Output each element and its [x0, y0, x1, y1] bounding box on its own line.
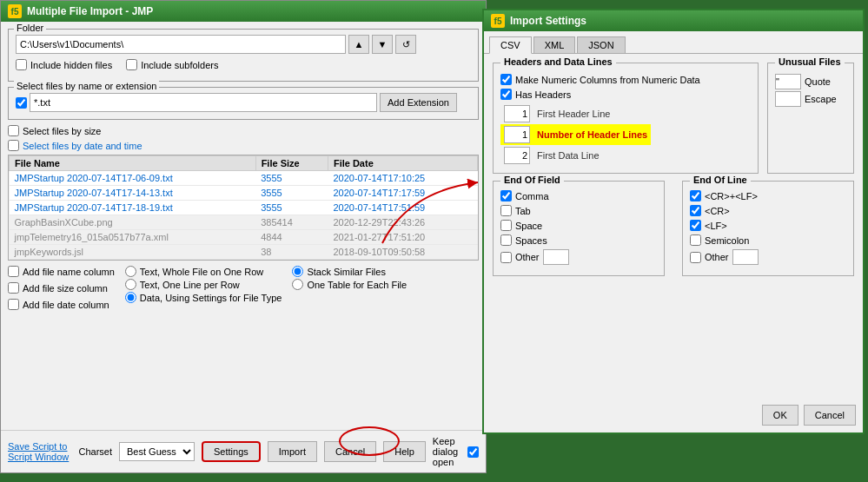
tab-xml[interactable]: XML — [533, 36, 576, 53]
select-size-checkbox[interactable] — [8, 125, 19, 136]
table-row[interactable]: JMPStartup 2020-07-14T17-14-13.txt355520… — [10, 186, 478, 201]
keep-dialog-label[interactable]: Keep dialog open — [433, 436, 479, 467]
radio-stack[interactable]: Stack Similar Files — [292, 266, 407, 277]
files-table: File Name File Size File Date JMPStartup… — [9, 155, 478, 260]
headers-group: Headers and Data Lines Make Numeric Colu… — [493, 63, 759, 174]
add-extension-btn[interactable]: Add Extension — [380, 93, 457, 112]
eol-lf[interactable]: <LF> — [690, 220, 846, 231]
cell-filedate: 2020-12-29T22:43:26 — [328, 215, 477, 230]
unusual-escape-input[interactable] — [775, 91, 801, 107]
eof-space-cb[interactable] — [500, 220, 512, 231]
eol-lf-cb[interactable] — [690, 220, 701, 231]
folder-row: ▲ ▼ ↺ — [16, 35, 471, 54]
settings-btn[interactable]: Settings — [202, 441, 261, 462]
eof-spaces-cb[interactable] — [500, 234, 512, 246]
folder-label: Folder — [14, 23, 46, 33]
table-row[interactable]: jmpKeywords.jsl382018-09-10T09:50:58 — [10, 245, 478, 260]
subfolders-checkbox-row[interactable]: Include subfolders — [126, 59, 218, 70]
folder-input[interactable] — [16, 35, 346, 54]
header-line-label-2: First Data Line — [533, 145, 651, 166]
eol-semicolon[interactable]: Semicolon — [690, 234, 846, 246]
add-filename-cb[interactable] — [8, 266, 19, 277]
eol-semicolon-cb[interactable] — [690, 234, 701, 246]
charset-select[interactable]: Best Guess — [119, 442, 195, 461]
extension-input[interactable] — [30, 93, 377, 112]
select-name-label: Select files by name or extension — [14, 81, 159, 91]
end-of-line-group: End Of Line <CR>+<LF> <CR> <LF> Semicolo… — [682, 181, 854, 276]
cell-filesize: 3555 — [255, 201, 328, 215]
eol-other[interactable]: Other — [690, 249, 846, 265]
unusual-files-title: Unusual Files — [775, 56, 845, 67]
header-lines-table: First Header LineNumber of Header LinesF… — [500, 103, 651, 166]
cell-filedate: 2020-07-14T17:17:59 — [328, 186, 477, 201]
eof-comma-cb[interactable] — [500, 190, 512, 201]
import-btn[interactable]: Import — [268, 441, 317, 462]
header-num-input-0[interactable] — [504, 105, 530, 122]
eof-other-cb[interactable] — [500, 252, 512, 263]
tab-json[interactable]: JSON — [577, 36, 625, 53]
eol-cr-cb[interactable] — [690, 205, 701, 216]
eof-spaces[interactable]: Spaces — [500, 234, 657, 246]
add-filesize-cb[interactable] — [8, 282, 19, 294]
has-headers-cb[interactable] — [500, 89, 512, 100]
table-row[interactable]: JMPStartup 2020-07-14T17-18-19.txt355520… — [10, 201, 478, 215]
eof-other[interactable]: Other — [500, 249, 657, 265]
end-of-field-group: End Of Field Comma Tab Space Spaces Othe… — [493, 181, 665, 276]
folder-up-btn[interactable]: ▲ — [348, 35, 369, 54]
col-filename: File Name — [10, 156, 256, 171]
radio-data-settings[interactable]: Data, Using Settings for File Type — [125, 292, 282, 303]
folder-down-btn[interactable]: ▼ — [372, 35, 393, 54]
eol-crlf-cb[interactable] — [690, 190, 701, 201]
header-num-input-2[interactable] — [504, 147, 530, 164]
bottom-options: Add file name column Add file size colum… — [8, 266, 479, 314]
radio-one-line[interactable]: Text, One Line per Row — [125, 279, 282, 290]
cell-filedate: 2020-07-14T17:51:59 — [328, 201, 477, 215]
select-date-row[interactable]: Select files by date and time — [8, 140, 479, 151]
has-headers-row[interactable]: Has Headers — [500, 89, 751, 100]
tab-csv[interactable]: CSV — [489, 36, 532, 54]
radio-one-table[interactable]: One Table for Each File — [292, 279, 407, 290]
hidden-files-checkbox-row[interactable]: Include hidden files — [16, 59, 112, 70]
unusual-quote-input[interactable] — [775, 74, 801, 89]
eol-cr[interactable]: <CR> — [690, 205, 846, 216]
folder-refresh-btn[interactable]: ↺ — [395, 35, 416, 54]
keep-dialog-cb[interactable] — [467, 446, 479, 458]
settings-title-bar: f5 Import Settings — [484, 10, 863, 31]
eof-other-input[interactable] — [543, 249, 569, 265]
save-script-link[interactable]: Save Script to Script Window — [8, 441, 71, 462]
add-filename-row[interactable]: Add file name column — [8, 266, 115, 277]
settings-cancel-btn[interactable]: Cancel — [804, 405, 856, 426]
help-btn[interactable]: Help — [383, 441, 426, 462]
header-num-input-1[interactable] — [504, 126, 530, 143]
table-row[interactable]: JMPStartup 2020-07-14T17-06-09.txt355520… — [10, 171, 478, 186]
col-filesize: File Size — [255, 156, 328, 171]
eof-tab[interactable]: Tab — [500, 205, 657, 216]
make-numeric-row[interactable]: Make Numeric Columns from Numeric Data — [500, 74, 751, 85]
select-size-row[interactable]: Select files by size — [8, 125, 479, 136]
eof-tab-cb[interactable] — [500, 205, 512, 216]
make-numeric-cb[interactable] — [500, 74, 512, 85]
cell-filename: jmpKeywords.jsl — [10, 245, 256, 260]
eol-crlf[interactable]: <CR>+<LF> — [690, 190, 846, 201]
extension-checkbox[interactable] — [16, 97, 27, 109]
eol-other-input[interactable] — [732, 249, 759, 265]
add-filedate-row[interactable]: Add file date column — [8, 299, 115, 310]
select-name-group: Select files by name or extension Add Ex… — [8, 87, 479, 120]
eof-comma[interactable]: Comma — [500, 190, 657, 201]
hidden-files-checkbox[interactable] — [16, 59, 27, 70]
main-footer: Save Script to Script Window Charset Bes… — [1, 430, 486, 472]
eof-space[interactable]: Space — [500, 220, 657, 231]
table-row[interactable]: GraphBasinXCube.png3854142020-12-29T22:4… — [10, 215, 478, 230]
table-row[interactable]: jmpTelemetry16_015a0517b77a.xml48442021-… — [10, 230, 478, 245]
select-size-label: Select files by size — [23, 126, 101, 136]
subfolders-checkbox[interactable] — [126, 59, 137, 70]
add-filedate-cb[interactable] — [8, 299, 19, 310]
settings-window: f5 Import Settings CSV XML JSON Headers … — [482, 9, 865, 434]
cancel-btn[interactable]: Cancel — [324, 441, 376, 462]
cell-filedate: 2021-01-27T17:51:20 — [328, 230, 477, 245]
settings-ok-btn[interactable]: OK — [762, 405, 798, 426]
eol-other-cb[interactable] — [690, 252, 701, 263]
radio-whole-file[interactable]: Text, Whole File on One Row — [125, 266, 282, 277]
add-filesize-row[interactable]: Add file size column — [8, 282, 115, 294]
select-date-checkbox[interactable] — [8, 140, 19, 151]
